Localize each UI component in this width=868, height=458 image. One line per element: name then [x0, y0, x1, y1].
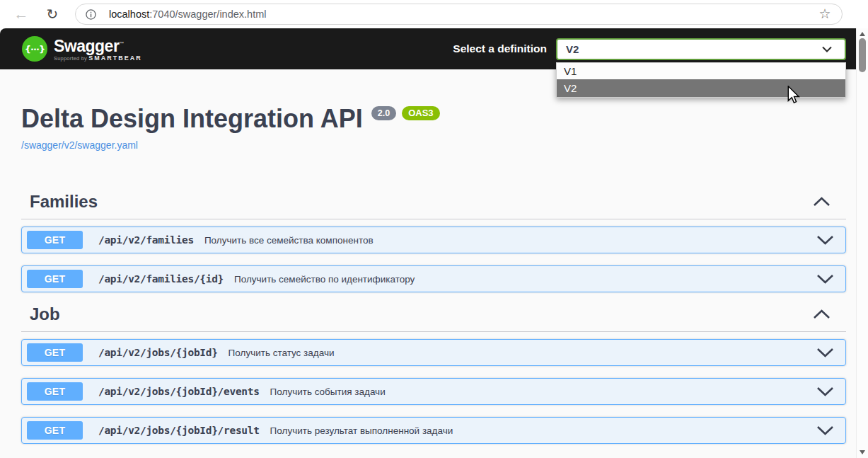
definition-dropdown-list: V1V2 — [556, 62, 846, 98]
swagger-wordmark: Swagger™ Supported by SMARTBEAR — [54, 36, 142, 62]
section-title: Job — [30, 304, 60, 324]
refresh-icon[interactable]: ↻ — [44, 6, 61, 23]
operation-row[interactable]: GET/api/v2/jobs/{jobId}/resultПолучить р… — [21, 417, 846, 444]
swagger-logo-text: Swagger™ — [54, 36, 142, 54]
http-method-badge: GET — [27, 231, 83, 249]
info-icon[interactable] — [86, 9, 96, 20]
url-path: :7040/swagger/index.html — [149, 8, 266, 20]
expand-operation-icon[interactable] — [816, 425, 834, 435]
swagger-logo[interactable]: {···} Swagger™ Supported by SMARTBEAR — [22, 36, 142, 62]
operation-row[interactable]: GET/api/v2/jobs/{jobId}Получить статус з… — [21, 339, 846, 366]
operation-path: /api/v2/families — [98, 234, 194, 246]
operation-path: /api/v2/families/{id} — [98, 273, 224, 285]
swagger-content: Delta Design Integration API 2.0 OAS3 /s… — [0, 69, 856, 458]
operation-summary: Получить семейство по идентификатору — [234, 274, 415, 285]
definition-option-v1[interactable]: V1 — [557, 63, 845, 79]
operation-row[interactable]: GET/api/v2/jobs/{jobId}/eventsПолучить с… — [21, 378, 846, 405]
url-text: localhost:7040/swagger/index.html — [109, 8, 266, 20]
swagger-logo-icon: {···} — [22, 36, 47, 62]
url-host: localhost — [109, 8, 149, 20]
page-scrollbar[interactable] — [856, 28, 868, 458]
collapse-section-icon[interactable] — [813, 197, 831, 207]
operation-path: /api/v2/jobs/{jobId} — [98, 347, 218, 358]
section-header[interactable]: Families — [21, 192, 846, 219]
operation-row[interactable]: GET/api/v2/familiesПолучить все семейств… — [21, 227, 846, 253]
section-header[interactable]: Job — [21, 304, 846, 332]
expand-operation-icon[interactable] — [816, 387, 834, 396]
operation-path: /api/v2/jobs/{jobId}/result — [98, 425, 260, 436]
operations-container: FamiliesGET/api/v2/familiesПолучить все … — [21, 192, 846, 444]
http-method-badge: GET — [27, 270, 83, 288]
page-title: Delta Design Integration API — [21, 105, 363, 133]
scrollbar-down-arrow-icon[interactable] — [860, 450, 865, 454]
http-method-badge: GET — [27, 382, 83, 401]
section-title: Families — [30, 192, 98, 212]
operation-summary: Получить все семейства компонентов — [204, 235, 374, 246]
api-section-job: JobGET/api/v2/jobs/{jobId}Получить стату… — [21, 304, 846, 444]
definition-option-v2[interactable]: V2 — [557, 79, 845, 97]
api-section-families: FamiliesGET/api/v2/familiesПолучить все … — [21, 192, 846, 292]
http-method-badge: GET — [27, 343, 83, 362]
spec-file-link[interactable]: /swagger/v2/swagger.yaml — [21, 139, 138, 151]
definition-selector-group: Select a definition V2 — [453, 38, 846, 60]
api-version-badge: 2.0 — [371, 106, 396, 120]
http-method-badge: GET — [27, 421, 83, 440]
swagger-logo-subtext: Supported by SMARTBEAR — [54, 55, 142, 62]
address-bar[interactable]: localhost:7040/swagger/index.html ☆ — [75, 4, 843, 25]
operation-summary: Получить события задачи — [270, 387, 386, 397]
browser-chrome: ← ↻ localhost:7040/swagger/index.html ☆ — [0, 0, 868, 28]
operation-summary: Получить статус задачи — [228, 348, 335, 358]
expand-operation-icon[interactable] — [816, 274, 834, 284]
expand-operation-icon[interactable] — [816, 235, 834, 245]
bookmark-star-icon[interactable]: ☆ — [818, 7, 832, 21]
back-icon[interactable]: ← — [13, 6, 30, 23]
api-badges: 2.0 OAS3 — [371, 106, 440, 120]
expand-operation-icon[interactable] — [816, 348, 834, 357]
definition-select-value: V2 — [566, 43, 579, 55]
definition-select-label: Select a definition — [453, 42, 547, 55]
definition-select[interactable]: V2 — [556, 38, 846, 60]
operation-row[interactable]: GET/api/v2/families/{id}Получить семейст… — [21, 265, 846, 292]
scrollbar-thumb[interactable] — [859, 38, 866, 72]
collapse-section-icon[interactable] — [813, 309, 831, 319]
operation-summary: Получить результат выполненной задачи — [270, 425, 453, 436]
chevron-down-icon — [822, 46, 832, 52]
scrollbar-up-arrow-icon[interactable] — [860, 32, 865, 36]
oas-version-badge: OAS3 — [402, 106, 439, 120]
operation-path: /api/v2/jobs/{jobId}/events — [98, 386, 260, 397]
